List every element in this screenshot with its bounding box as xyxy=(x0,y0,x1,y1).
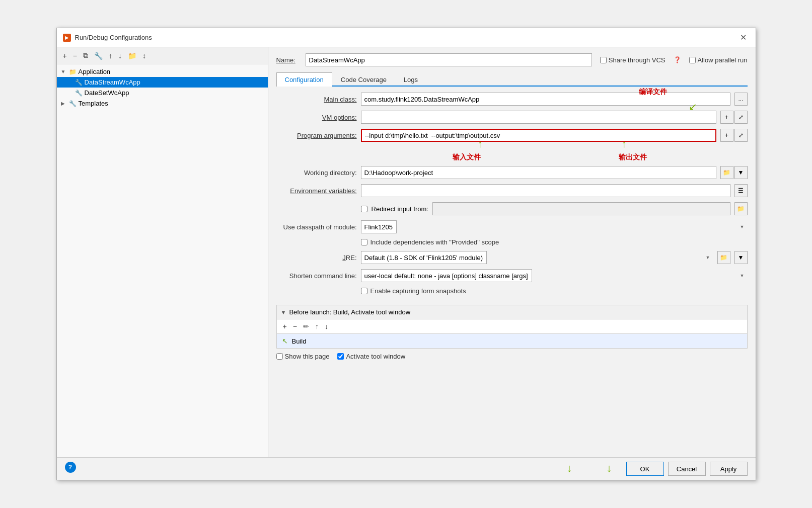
sort-button[interactable]: ↕ xyxy=(140,51,148,61)
allow-parallel-checkbox[interactable] xyxy=(689,57,696,63)
program-args-add-button[interactable]: + xyxy=(720,129,733,142)
classpath-module-row: Use classpath of module: Flink1205 xyxy=(276,220,748,233)
templates-label: Templates xyxy=(79,100,108,107)
move-down-button[interactable]: ↓ xyxy=(116,51,124,61)
left-toolbar: + − ⧉ 🔧 ↑ ↓ 📁 ↕ xyxy=(57,47,268,64)
working-dir-expand-button[interactable]: ▼ xyxy=(734,166,748,179)
copy-config-button[interactable]: ⧉ xyxy=(81,50,90,61)
env-vars-browse-button[interactable]: ☰ xyxy=(734,184,748,197)
app-icon: ▶ xyxy=(63,34,71,42)
datesetwcapp-label: DateSetWcApp xyxy=(85,89,129,97)
jre-browse-button[interactable]: 📁 xyxy=(717,251,730,264)
classpath-module-select[interactable]: Flink1205 xyxy=(361,220,397,233)
classpath-label: Use classpath of module: xyxy=(276,223,357,231)
datesetwcapp-icon: 🔧 xyxy=(75,90,83,97)
show-page-label[interactable]: Show this page xyxy=(276,353,330,360)
cancel-button[interactable]: Cancel xyxy=(668,462,706,476)
before-launch-down-button[interactable]: ↓ xyxy=(323,321,330,331)
include-dependencies-row: Include dependencies with "Provided" sco… xyxy=(361,238,748,246)
config-tabs: Configuration Code Coverage Logs xyxy=(276,72,748,87)
tab-code-coverage[interactable]: Code Coverage xyxy=(332,72,395,87)
show-page-checkbox[interactable] xyxy=(276,353,283,360)
build-label: Build xyxy=(292,337,307,345)
close-button[interactable]: ✕ xyxy=(737,32,750,43)
vm-options-expand-button[interactable]: ⤢ xyxy=(734,111,748,124)
before-launch-toolbar: + − ✏ ↑ ↓ xyxy=(277,319,747,334)
folder-button[interactable]: 📁 xyxy=(126,51,138,61)
help-button[interactable]: ? xyxy=(65,462,76,473)
enable-capturing-label[interactable]: Enable capturing form snapshots xyxy=(371,287,466,295)
redirect-input-checkbox[interactable] xyxy=(361,206,367,212)
activate-tool-window-checkbox[interactable] xyxy=(337,353,344,360)
activate-tool-window-label[interactable]: Activate tool window xyxy=(337,353,405,360)
tab-configuration[interactable]: Configuration xyxy=(276,72,332,87)
datastreamwcapp-label: DataStreamWcApp xyxy=(85,78,140,86)
tree-node-datastreamwcapp[interactable]: 🔧 DataStreamWcApp xyxy=(57,77,268,88)
apply-button[interactable]: Apply xyxy=(710,462,748,476)
tree-node-application[interactable]: ▼ 📁 Application xyxy=(57,66,268,77)
vm-options-row: VM options: + ⤢ xyxy=(276,111,748,124)
expand-arrow-templates: ▶ xyxy=(61,101,67,106)
wrench-button[interactable]: 🔧 xyxy=(92,51,105,61)
shorten-command-row: Shorten command line: user-local default… xyxy=(276,269,748,282)
application-label: Application xyxy=(79,68,111,75)
redirect-input-label[interactable]: Redirect input from: xyxy=(372,205,428,213)
redirect-input-browse-button[interactable]: 📁 xyxy=(734,202,748,215)
datastreamwcapp-icon: 🔧 xyxy=(75,79,83,86)
redirect-input-field[interactable] xyxy=(432,202,730,215)
application-icon: 📁 xyxy=(69,68,77,75)
vm-options-label: VM options: xyxy=(276,114,357,121)
expand-arrow-application: ▼ xyxy=(61,69,67,74)
name-row: Name: Share through VCS ❓ Allow parallel… xyxy=(276,53,748,66)
before-launch-up-button[interactable]: ↑ xyxy=(313,321,321,331)
jre-label: JRE: xyxy=(276,254,357,262)
env-vars-input[interactable] xyxy=(361,184,730,197)
share-vcs-checkbox[interactable] xyxy=(600,57,607,63)
main-class-browse-button[interactable]: ... xyxy=(734,93,748,106)
before-launch-remove-button[interactable]: − xyxy=(291,321,299,331)
before-launch-edit-button[interactable]: ✏ xyxy=(301,321,311,331)
ok-button[interactable]: OK xyxy=(626,462,664,476)
before-launch-build-item[interactable]: ↖ Build xyxy=(277,334,747,348)
input-file-annotation: 输入文件 xyxy=(453,153,481,161)
program-arguments-row: Program arguments: + ⤢ xyxy=(276,129,748,142)
before-launch-title: Before launch: Build, Activate tool wind… xyxy=(289,308,410,316)
vm-options-input[interactable] xyxy=(361,111,716,124)
program-arguments-label: Program arguments: xyxy=(276,132,357,139)
enable-capturing-checkbox[interactable] xyxy=(361,288,367,294)
program-args-expand-button[interactable]: ⤢ xyxy=(734,129,748,142)
working-directory-input[interactable] xyxy=(361,166,716,179)
remove-config-button[interactable]: − xyxy=(71,51,79,61)
title-bar: ▶ Run/Debug Configurations ✕ xyxy=(57,28,756,47)
before-launch-section: ▼ Before launch: Build, Activate tool wi… xyxy=(276,305,748,349)
env-vars-label: Environment variables: xyxy=(276,187,357,195)
add-config-button[interactable]: + xyxy=(61,51,69,61)
enable-capturing-row: Enable capturing form snapshots xyxy=(361,287,748,295)
name-input[interactable] xyxy=(306,53,592,66)
include-dependencies-label[interactable]: Include dependencies with "Provided" sco… xyxy=(371,238,499,246)
config-form: Main class: ... 编译文件 ↙ VM options: xyxy=(276,93,748,451)
jre-expand-button[interactable]: ▼ xyxy=(734,251,748,264)
jre-select[interactable]: Default (1.8 - SDK of 'Flink1205' module… xyxy=(361,251,487,264)
share-vcs-label[interactable]: Share through VCS xyxy=(600,56,666,64)
vcs-help-icon[interactable]: ❓ xyxy=(674,56,681,63)
green-arrow-ok: ↓ xyxy=(567,462,572,476)
environment-variables-row: Environment variables: ☰ xyxy=(276,184,748,197)
main-content: + − ⧉ 🔧 ↑ ↓ 📁 ↕ ▼ 📁 Application xyxy=(57,47,756,457)
before-launch-add-button[interactable]: + xyxy=(281,321,289,331)
run-debug-dialog: ▶ Run/Debug Configurations ✕ + − ⧉ 🔧 ↑ ↓… xyxy=(56,28,756,480)
before-launch-header: ▼ Before launch: Build, Activate tool wi… xyxy=(277,305,747,319)
vm-options-add-button[interactable]: + xyxy=(720,111,733,124)
working-dir-browse-button[interactable]: 📁 xyxy=(720,166,733,179)
tree-node-templates[interactable]: ▶ 🔧 Templates xyxy=(57,98,268,109)
program-arguments-input[interactable] xyxy=(361,129,716,142)
shorten-command-select[interactable]: user-local default: none - java [options… xyxy=(361,269,532,282)
main-class-input[interactable] xyxy=(361,93,730,106)
include-dependencies-checkbox[interactable] xyxy=(361,239,367,245)
tree-node-datesetwcapp[interactable]: 🔧 DateSetWcApp xyxy=(57,88,268,98)
move-up-button[interactable]: ↑ xyxy=(107,51,114,61)
main-class-label: Main class: xyxy=(276,96,357,103)
name-label: Name: xyxy=(276,56,302,64)
tab-logs[interactable]: Logs xyxy=(395,72,426,87)
allow-parallel-label[interactable]: Allow parallel run xyxy=(689,56,748,64)
